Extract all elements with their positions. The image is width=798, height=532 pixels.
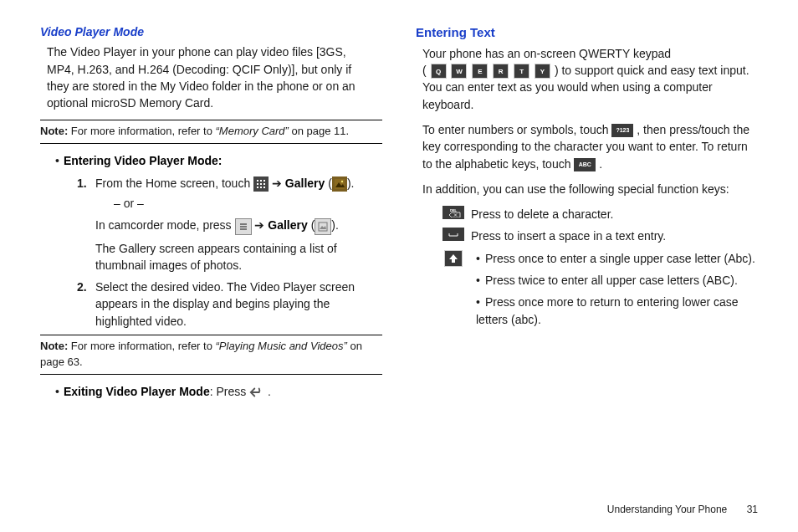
right-column: Entering Text Your phone has an on-scree… xyxy=(416,23,758,403)
step-number: 1. xyxy=(77,175,87,192)
key-q: Q xyxy=(431,64,447,79)
key-y: Y xyxy=(535,64,550,79)
note-playing-music: Note: For more information, refer to “Pl… xyxy=(40,335,382,375)
svg-marker-19 xyxy=(449,212,460,217)
entering-video-player-mode-bullet: • Entering Video Player Mode: xyxy=(55,152,382,169)
touch-word: touch xyxy=(222,176,250,190)
svg-rect-2 xyxy=(260,180,262,182)
fn-space-text: Press to insert a space in a text entry. xyxy=(466,228,758,244)
arrow-2: ➔ xyxy=(252,218,269,232)
note2-ref: “Playing Music and Videos” xyxy=(216,340,347,352)
svg-rect-1 xyxy=(257,180,258,182)
paren-close-2: ). xyxy=(331,218,339,232)
entering-text-p2: To enter numbers or symbols, touch ?123 … xyxy=(422,121,751,172)
video-player-mode-heading: Video Player Mode xyxy=(40,23,382,40)
picture-outline-icon xyxy=(315,218,331,235)
svg-text:DEL: DEL xyxy=(450,208,458,212)
key-t: T xyxy=(514,64,529,79)
special-keys-table: DEL Press to delete a character. Press t… xyxy=(441,206,758,333)
bullet-label: Entering Video Player Mode: xyxy=(64,154,223,167)
step-text-a: From the Home screen, xyxy=(95,176,222,190)
step-1b: In camcorder mode, press ➔ Gallery (). xyxy=(95,217,382,234)
svg-rect-6 xyxy=(263,183,265,185)
footer-page-number: 31 xyxy=(747,504,758,515)
svg-rect-4 xyxy=(257,183,258,185)
step-2-text: Select the desired video. The Video Play… xyxy=(95,280,355,328)
key-abc: ABC xyxy=(574,158,596,171)
exiting-video-player-mode-bullet: • Exiting Video Player Mode: Press . xyxy=(55,383,382,400)
gallery-picture-icon xyxy=(332,176,347,192)
fn-shift-2: Press twice to enter all upper case lett… xyxy=(476,272,758,289)
note-memory-card: Note: For more information, refer to “Me… xyxy=(40,120,382,144)
entering-text-heading: Entering Text xyxy=(416,23,758,42)
exit-label: Exiting Video Player Mode xyxy=(64,385,210,398)
fn-shift-3: Press once more to return to entering lo… xyxy=(476,294,758,328)
note2-label: Note: xyxy=(40,340,68,352)
fn-delete-text: Press to delete a character. xyxy=(466,206,758,223)
steps-list: 1. From the Home screen, touch ➔ Gallery… xyxy=(77,175,382,330)
step-1c: The Gallery screen appears containing a … xyxy=(95,240,382,274)
gallery-label: Gallery xyxy=(285,176,325,190)
apps-grid-icon xyxy=(253,176,269,192)
page: Video Player Mode The Video Player in yo… xyxy=(0,0,798,532)
paren-close: ). xyxy=(347,176,355,190)
key-123: ?123 xyxy=(611,124,633,137)
page-footer: Understanding Your Phone 31 xyxy=(607,504,758,515)
svg-rect-9 xyxy=(263,187,265,188)
fn-row-shift: Press once to enter a single upper case … xyxy=(441,250,758,333)
fn-row-delete: DEL Press to delete a character. xyxy=(441,206,758,223)
step1b-text-a: In camcorder mode, press xyxy=(95,218,235,232)
fn-shift-body: Press once to enter a single upper case … xyxy=(471,250,758,333)
p2a: To enter numbers or symbols, touch xyxy=(422,123,611,136)
p2c: . xyxy=(596,157,602,171)
note-ref: “Memory Card” xyxy=(216,125,289,137)
or-divider: – or – xyxy=(114,195,382,212)
svg-marker-22 xyxy=(449,254,458,263)
key-e: E xyxy=(472,64,488,79)
back-icon xyxy=(249,385,264,400)
left-column: Video Player Mode The Video Player in yo… xyxy=(40,23,382,403)
delete-key-icon: DEL xyxy=(442,206,464,219)
note-label: Note: xyxy=(40,125,68,137)
footer-section: Understanding Your Phone xyxy=(607,504,727,515)
step-1: 1. From the Home screen, touch ➔ Gallery… xyxy=(77,175,382,274)
svg-rect-5 xyxy=(260,183,262,185)
key-w: W xyxy=(451,64,467,79)
svg-rect-8 xyxy=(260,187,262,188)
p1a: Your phone has an on-screen QWERTY keypa… xyxy=(422,47,671,60)
step-number-2: 2. xyxy=(77,279,87,295)
p1-open: ( xyxy=(422,64,427,77)
note-tail: on page 11. xyxy=(289,125,349,137)
entering-text-p1: Your phone has an on-screen QWERTY keypa… xyxy=(422,45,751,113)
arrow: ➔ xyxy=(269,176,285,190)
svg-marker-17 xyxy=(320,226,326,229)
video-player-intro: The Video Player in your phone can play … xyxy=(47,43,376,111)
gallery-label-2: Gallery xyxy=(268,218,307,232)
shift-key-icon xyxy=(444,250,463,267)
note-body: For more information, refer to xyxy=(68,125,215,137)
paren-open-2: ( xyxy=(308,218,315,232)
key-r: R xyxy=(493,64,509,79)
exit-tail: : Press xyxy=(210,385,249,398)
two-column-layout: Video Player Mode The Video Player in yo… xyxy=(40,23,758,403)
fn-shift-1: Press once to enter a single upper case … xyxy=(476,250,758,267)
svg-rect-3 xyxy=(263,180,265,182)
svg-point-12 xyxy=(341,181,343,182)
step-2: 2. Select the desired video. The Video P… xyxy=(77,279,382,330)
entering-text-p3: In addition, you can use the following s… xyxy=(422,181,751,197)
note2-body: For more information, refer to xyxy=(68,340,215,352)
fn-row-space: Press to insert a space in a text entry. xyxy=(441,228,758,244)
svg-rect-7 xyxy=(257,187,258,188)
exit-period: . xyxy=(268,385,271,398)
space-key-icon xyxy=(442,228,464,241)
paren-open: ( xyxy=(325,176,332,190)
menu-icon xyxy=(235,218,252,235)
